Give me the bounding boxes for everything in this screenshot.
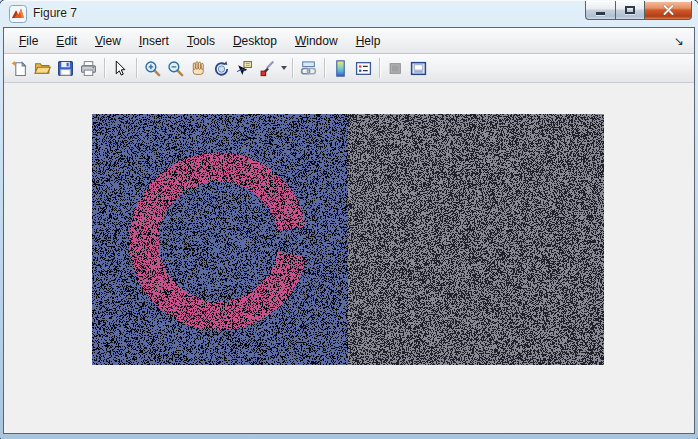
dropdown-caret-icon xyxy=(281,66,287,70)
pan-button[interactable] xyxy=(187,57,210,80)
window-title: Figure 7 xyxy=(33,6,77,20)
brush-data-button[interactable] xyxy=(256,57,279,80)
minimize-button[interactable] xyxy=(585,1,615,20)
open-file-icon xyxy=(34,60,51,77)
edit-plot-icon xyxy=(112,60,129,77)
link-plot-button[interactable] xyxy=(297,57,320,80)
zoom-out-button[interactable] xyxy=(164,57,187,80)
data-cursor-icon xyxy=(236,60,253,77)
edit-plot-button[interactable] xyxy=(109,57,132,80)
hide-plot-tools-icon xyxy=(387,60,404,77)
toolbar-separator xyxy=(324,58,325,78)
menu-desktop[interactable]: Desktop xyxy=(224,31,286,51)
zoom-in-icon xyxy=(144,60,161,77)
close-button[interactable] xyxy=(644,1,692,20)
menu-insert[interactable]: Insert xyxy=(130,31,178,51)
figure-toolbar xyxy=(4,54,694,83)
menu-help[interactable]: Help xyxy=(347,31,390,51)
open-file-button[interactable] xyxy=(31,57,54,80)
show-plot-tools-icon xyxy=(410,60,427,77)
insert-legend-button[interactable] xyxy=(352,57,375,80)
print-figure-button[interactable] xyxy=(77,57,100,80)
figure-canvas-area xyxy=(4,85,694,433)
brush-dropdown-button[interactable] xyxy=(279,57,288,80)
matlab-logo-icon xyxy=(9,5,27,23)
menu-bar: File Edit View Insert Tools Desktop Wind… xyxy=(4,28,694,54)
menu-window[interactable]: Window xyxy=(286,31,347,51)
menu-tools[interactable]: Tools xyxy=(178,31,224,51)
hide-plot-tools-button[interactable] xyxy=(384,57,407,80)
maximize-icon xyxy=(625,6,635,14)
show-plot-tools-button[interactable] xyxy=(407,57,430,80)
insert-colorbar-button[interactable] xyxy=(329,57,352,80)
dock-figure-icon[interactable]: ↘ xyxy=(674,34,684,48)
insert-colorbar-icon xyxy=(332,60,349,77)
figure-image[interactable] xyxy=(92,114,604,365)
close-icon xyxy=(663,5,674,16)
client-area: File Edit View Insert Tools Desktop Wind… xyxy=(4,28,694,433)
rotate-3d-icon xyxy=(213,60,230,77)
zoom-out-icon xyxy=(167,60,184,77)
toolbar-separator xyxy=(136,58,137,78)
print-figure-icon xyxy=(80,60,97,77)
new-figure-icon xyxy=(11,60,28,77)
data-cursor-button[interactable] xyxy=(233,57,256,80)
new-figure-button[interactable] xyxy=(8,57,31,80)
menu-edit[interactable]: Edit xyxy=(47,31,86,51)
link-plot-icon xyxy=(300,60,317,77)
save-figure-icon xyxy=(57,60,74,77)
window-controls xyxy=(585,1,692,20)
insert-legend-icon xyxy=(355,60,372,77)
brush-data-icon xyxy=(259,60,276,77)
toolbar-separator xyxy=(292,58,293,78)
minimize-icon xyxy=(596,12,605,15)
zoom-in-button[interactable] xyxy=(141,57,164,80)
menu-view[interactable]: View xyxy=(86,31,130,51)
save-figure-button[interactable] xyxy=(54,57,77,80)
toolbar-separator xyxy=(104,58,105,78)
figure-window: Figure 7 File Edit View Insert Tools Des… xyxy=(0,0,698,439)
maximize-button[interactable] xyxy=(615,1,644,20)
title-bar[interactable]: Figure 7 xyxy=(0,0,698,28)
menu-file[interactable]: File xyxy=(10,31,47,51)
rotate-3d-button[interactable] xyxy=(210,57,233,80)
pan-icon xyxy=(190,60,207,77)
toolbar-separator xyxy=(379,58,380,78)
